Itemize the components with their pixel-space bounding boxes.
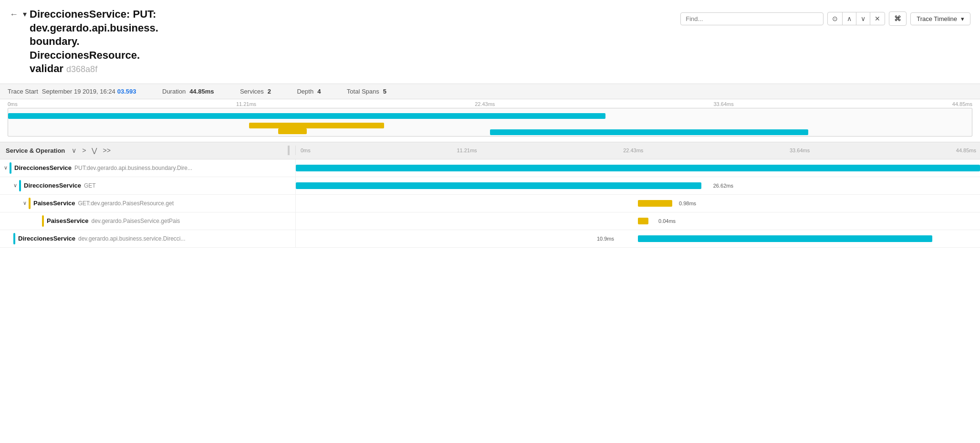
row-expand-icon[interactable]: ∨ [4,165,8,171]
trace-id: d368a8f [66,64,97,74]
service-name: DireccionesService [14,164,72,171]
expand-all-button[interactable]: ∨ [70,146,78,155]
search-input[interactable] [686,15,818,22]
skip-button[interactable]: >> [101,146,112,155]
row-left-cell: ∨DireccionesServicePUT:dev.gerardo.api.b… [0,159,296,177]
row-left-cell: ∨PaisesServiceGET:dev.gerardo.PaisesReso… [0,195,296,212]
trace-start-time: 03.593 [117,88,136,95]
minimap-tick: 44.85ms [952,101,972,107]
ruler-tick: 11.21ms [457,148,477,153]
table-row[interactable]: ∨DireccionesServicePUT:dev.gerardo.api.b… [0,159,980,177]
minimap-tick: 11.21ms [236,101,256,107]
row-timeline-cell: 0.04ms [296,212,980,230]
column-headers: Service & Operation ∨ > ⋁ >> 0ms11.21ms2… [0,142,980,159]
services-label: Services [240,88,264,95]
page-title: DireccionesService: PUT: dev.gerardo.api… [30,8,680,76]
total-spans-value: 5 [383,88,386,95]
span-bar [638,200,672,207]
minimap-tick: 22.43ms [475,101,495,107]
operation-name: GET [84,182,96,189]
col-right-header: 0ms11.21ms22.43ms33.64ms44.85ms [296,148,980,153]
span-duration-label: 10.9ms [597,236,614,242]
search-box[interactable] [680,12,824,25]
ruler-tick: 0ms [301,148,311,153]
operation-name: GET:dev.gerardo.PaisesResource.get [78,200,174,207]
service-name: PaisesService [47,217,88,224]
span-duration-label: 0.98ms [679,200,696,206]
expand-next-button[interactable]: > [80,146,88,155]
search-target-button[interactable]: ⊙ [828,12,843,25]
timeline-ruler: 0ms11.21ms22.43ms33.64ms44.85ms [301,148,980,153]
row-left-cell: DireccionesServicedev.gerardo.api.busine… [0,230,296,247]
col-controls: ∨ > ⋁ >> [70,146,113,155]
minimap-bar [490,129,808,135]
duration-value: 44.85ms [189,88,214,95]
ruler-tick: 22.43ms [623,148,643,153]
resize-handle[interactable] [288,146,290,155]
table-row[interactable]: DireccionesServicedev.gerardo.api.busine… [0,230,980,248]
back-button[interactable]: ← [10,10,18,20]
minimap-bar [8,113,605,119]
span-bar [296,165,980,171]
ruler-tick: 33.64ms [790,148,810,153]
header-controls: ⊙ ∧ ∨ ✕ ⌘ Trace Timeline ▾ [680,11,970,26]
service-name: DireccionesService [24,182,81,189]
service-color-dot [13,233,15,244]
collapse-icon[interactable]: ▾ [23,10,27,19]
operation-name: dev.gerardo.PaisesService.getPais [91,218,180,224]
span-bar [638,235,932,242]
search-close-button[interactable]: ✕ [870,12,885,25]
col-title: Service & Operation [6,147,65,154]
service-color-dot [10,162,11,174]
operation-name: PUT:dev.gerardo.api.business.boundary.Di… [74,165,192,171]
minimap: 0ms11.21ms22.43ms33.64ms44.85ms [0,99,980,142]
services-value: 2 [268,88,271,95]
trace-meta-bar: Trace Start September 19 2019, 16:2403.5… [0,84,980,99]
row-timeline-cell: 26.62ms [296,177,980,194]
row-left-cell: PaisesServicedev.gerardo.PaisesService.g… [0,212,296,230]
depth-value: 4 [317,88,321,95]
table-row[interactable]: PaisesServicedev.gerardo.PaisesService.g… [0,212,980,230]
row-timeline-cell [296,159,980,177]
span-bar [638,218,648,224]
minimap-canvas[interactable] [8,108,972,137]
row-expand-icon[interactable]: ∨ [23,200,27,206]
span-duration-label: 26.62ms [713,183,733,189]
search-prev-button[interactable]: ∧ [843,12,856,25]
row-expand-icon[interactable]: ∨ [13,182,17,189]
table-row[interactable]: ∨PaisesServiceGET:dev.gerardo.PaisesReso… [0,195,980,212]
search-next-button[interactable]: ∨ [856,12,870,25]
span-bar [296,182,701,189]
span-duration-label: 0.04ms [658,218,676,224]
service-color-dot [42,215,44,227]
minimap-tick: 0ms [8,101,18,107]
header: ← ▾ DireccionesService: PUT: dev.gerardo… [0,0,980,84]
search-controls: ⊙ ∧ ∨ ✕ [827,12,885,25]
minimap-bar [278,128,307,134]
cmd-button[interactable]: ⌘ [889,11,907,26]
row-left-cell: ∨DireccionesServiceGET [0,177,296,194]
trace-start-label: Trace Start [8,88,38,95]
service-color-dot [29,198,31,209]
view-dropdown[interactable]: Trace Timeline ▾ [910,12,970,25]
col-left-header: Service & Operation ∨ > ⋁ >> [0,146,296,155]
minimap-tick: 33.64ms [713,101,733,107]
service-name: DireccionesService [18,235,75,242]
collapse-all-button[interactable]: ⋁ [90,146,99,155]
row-timeline-cell: 10.9ms [296,230,980,247]
operation-name: dev.gerardo.api.business.service.Direcci… [78,235,186,242]
duration-label: Duration [162,88,186,95]
trace-start-date: September 19 2019, 16:24 [42,88,115,95]
minimap-ruler: 0ms11.21ms22.43ms33.64ms44.85ms [8,99,972,108]
trace-rows: ∨DireccionesServicePUT:dev.gerardo.api.b… [0,159,980,248]
minimap-bar [249,123,384,128]
ruler-tick: 44.85ms [956,148,976,153]
depth-label: Depth [297,88,313,95]
service-name: PaisesService [33,200,75,207]
table-row[interactable]: ∨DireccionesServiceGET26.62ms [0,177,980,195]
row-timeline-cell: 0.98ms [296,195,980,212]
service-color-dot [19,180,21,191]
total-spans-label: Total Spans [347,88,379,95]
